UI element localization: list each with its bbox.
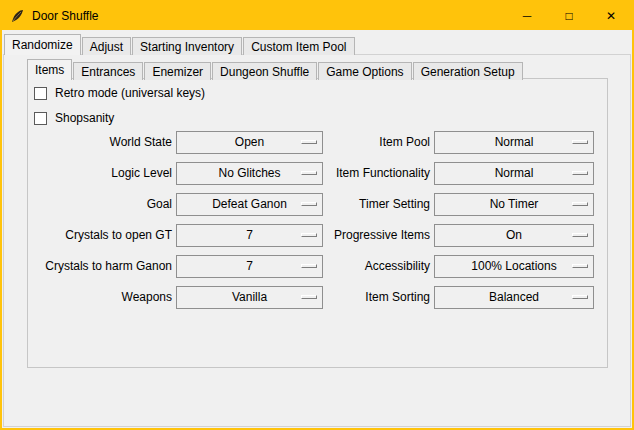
progressive-items-label: Progressive Items (268, 224, 430, 247)
caption-buttons: ─ □ ✕ (506, 2, 632, 30)
retro-mode-label: Retro mode (universal keys) (55, 86, 205, 100)
main-tabbar: Randomize Adjust Starting Inventory Cust… (4, 34, 356, 55)
tab-custom-item-pool[interactable]: Custom Item Pool (243, 37, 354, 55)
world-state-label: World State (32, 131, 172, 154)
tab-generation-setup[interactable]: Generation Setup (413, 62, 523, 80)
maximize-button[interactable]: □ (548, 2, 590, 30)
dropdown-indicator-icon (572, 295, 588, 299)
door-shuffle-window: Door Shuffle ─ □ ✕ Randomize Adjust Star… (0, 0, 634, 430)
item-functionality-dropdown[interactable]: Normal (434, 162, 594, 185)
tab-enemizer[interactable]: Enemizer (144, 62, 211, 80)
shopsanity-label: Shopsanity (55, 111, 114, 125)
field-row: Crystals to harm Ganon 7 Accessibility 1… (28, 255, 607, 278)
progressive-items-dropdown[interactable]: On (434, 224, 594, 247)
item-sorting-label: Item Sorting (268, 286, 430, 309)
dropdown-indicator-icon (572, 264, 588, 268)
tab-items[interactable]: Items (27, 59, 72, 80)
field-row: Weapons Vanilla Item Sorting Balanced (28, 286, 607, 309)
tab-game-options[interactable]: Game Options (318, 62, 411, 80)
item-pool-dropdown[interactable]: Normal (434, 131, 594, 154)
accessibility-value: 100% Locations (435, 256, 593, 277)
tab-starting-inventory[interactable]: Starting Inventory (132, 37, 242, 55)
retro-mode-checkbox-box[interactable] (34, 87, 47, 100)
field-row: Goal Defeat Ganon Timer Setting No Timer (28, 193, 607, 216)
close-button[interactable]: ✕ (590, 2, 632, 30)
tab-randomize[interactable]: Randomize (4, 34, 81, 55)
field-row: Crystals to open GT 7 Progressive Items … (28, 224, 607, 247)
goal-label: Goal (32, 193, 172, 216)
minimize-button[interactable]: ─ (506, 2, 548, 30)
shopsanity-checkbox-box[interactable] (34, 112, 47, 125)
dropdown-indicator-icon (572, 233, 588, 237)
item-functionality-label: Item Functionality (268, 162, 430, 185)
sub-tabbar: Items Entrances Enemizer Dungeon Shuffle… (27, 59, 524, 80)
dropdown-indicator-icon (572, 171, 588, 175)
tab-dungeon-shuffle[interactable]: Dungeon Shuffle (212, 62, 317, 80)
shopsanity-checkbox[interactable]: Shopsanity (34, 110, 114, 126)
accessibility-dropdown[interactable]: 100% Locations (434, 255, 594, 278)
retro-mode-checkbox[interactable]: Retro mode (universal keys) (34, 85, 205, 101)
logic-level-label: Logic Level (32, 162, 172, 185)
dropdown-indicator-icon (572, 202, 588, 206)
item-sorting-dropdown[interactable]: Balanced (434, 286, 594, 309)
items-tab-panel: Retro mode (universal keys) Shopsanity W… (27, 78, 608, 368)
close-icon: ✕ (606, 9, 616, 23)
maximize-icon: □ (565, 9, 572, 23)
crystals-ganon-label: Crystals to harm Ganon (32, 255, 172, 278)
item-functionality-value: Normal (435, 163, 593, 184)
titlebar[interactable]: Door Shuffle ─ □ ✕ (2, 2, 632, 30)
timer-setting-label: Timer Setting (268, 193, 430, 216)
dropdown-indicator-icon (572, 140, 588, 144)
progressive-items-value: On (435, 225, 593, 246)
field-row: World State Open Item Pool Normal (28, 131, 607, 154)
tab-adjust[interactable]: Adjust (82, 37, 131, 55)
timer-setting-dropdown[interactable]: No Timer (434, 193, 594, 216)
field-row: Logic Level No Glitches Item Functionali… (28, 162, 607, 185)
item-sorting-value: Balanced (435, 287, 593, 308)
window-title: Door Shuffle (32, 9, 99, 23)
app-icon (9, 8, 25, 24)
accessibility-label: Accessibility (268, 255, 430, 278)
timer-setting-value: No Timer (435, 194, 593, 215)
weapons-label: Weapons (32, 286, 172, 309)
tab-entrances[interactable]: Entrances (73, 62, 143, 80)
crystals-gt-label: Crystals to open GT (32, 224, 172, 247)
item-pool-value: Normal (435, 132, 593, 153)
item-pool-label: Item Pool (268, 131, 430, 154)
minimize-icon: ─ (523, 9, 532, 23)
